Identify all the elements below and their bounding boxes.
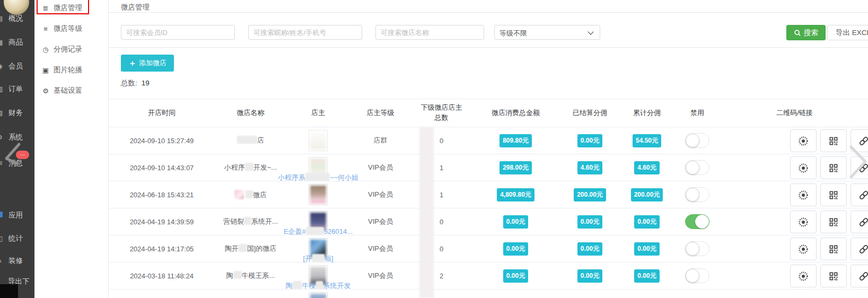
qrcode-icon: [828, 245, 839, 253]
open-time-cell: 2024-04-19 14:17:05: [109, 235, 215, 262]
sidebar-item-财务[interactable]: ▨财务: [0, 108, 34, 118]
consume-total-cell: 809.80元: [472, 127, 559, 154]
disable-toggle[interactable]: [685, 241, 709, 256]
store-name-text: 陶开: [225, 244, 239, 252]
link-button[interactable]: [851, 129, 868, 152]
miniprogram-code-icon: [797, 245, 809, 253]
miniprogram-code-button[interactable]: [790, 156, 817, 179]
sidebar-item-label: 订单: [8, 84, 23, 94]
disable-toggle[interactable]: [685, 268, 709, 283]
owner-link[interactable]: 小程序系~~何小姐: [278, 173, 358, 182]
amount-badge: 0.00元: [634, 242, 659, 256]
qrcode-button[interactable]: [820, 129, 847, 152]
add-store-button[interactable]: ＋ 添加微店: [121, 55, 174, 72]
sub-store-count-cell: 2: [411, 262, 472, 290]
table-row: 2024-09-10 15:27:49店店群0809.80元0.00元54.50…: [109, 127, 868, 154]
main-content: 微店管理 等级不限 搜索 导出 EXCEL ＋ 添加微店 总数:19: [109, 0, 868, 298]
submenu-item-微店等级[interactable]: ≡微店等级: [34, 23, 109, 34]
actions-cell: [721, 181, 868, 208]
owner-avatar[interactable]: [309, 184, 328, 205]
miniprogram-code-button[interactable]: [790, 183, 817, 206]
disable-toggle[interactable]: [685, 160, 709, 175]
sidebar-item-商品[interactable]: ▦商品: [0, 37, 34, 48]
member-id-input[interactable]: [121, 25, 235, 40]
total-commission-cell: 200.00元: [620, 181, 673, 208]
submenu-item-微店管理[interactable]: ≣微店管理: [34, 3, 109, 13]
settled-commission-cell: [559, 290, 620, 298]
link-icon: [858, 191, 868, 199]
sidebar-item-统计[interactable]: ◫统计: [0, 233, 34, 244]
qrcode-button[interactable]: [820, 183, 847, 206]
miniprogram-code-icon: [797, 272, 809, 280]
disable-toggle[interactable]: [685, 214, 709, 229]
owner-link[interactable]: [开福]: [303, 254, 333, 264]
stats-icon: ◫: [0, 235, 7, 242]
nickname-input[interactable]: [248, 25, 362, 40]
amount-badge: 0.00元: [503, 215, 528, 229]
actions-cell: [721, 127, 868, 154]
toggle-knob: [686, 188, 699, 201]
amount-badge: 0.00元: [634, 215, 659, 229]
sidebar-item-label: 装修: [8, 256, 23, 266]
owner-link[interactable]: E企盈#526014...: [284, 227, 353, 236]
sub-store-count-cell: 0: [411, 127, 472, 154]
open-time-cell: 2024-09-10 15:27:49: [109, 127, 215, 154]
store-name-input[interactable]: [375, 25, 484, 40]
qrcode-button[interactable]: [820, 265, 847, 287]
submenu-item-基础设置[interactable]: ⚙基础设置: [34, 85, 109, 96]
submenu-item-图片轮播[interactable]: ▣图片轮播: [34, 65, 109, 75]
miniprogram-code-button[interactable]: [790, 211, 817, 233]
sidebar-item-label: 系统: [8, 133, 23, 142]
miniprogram-code-icon: [797, 191, 809, 199]
miniprogram-code-button[interactable]: [790, 238, 817, 260]
sidebar-item-概况[interactable]: ▤概况: [0, 13, 34, 24]
submenu-item-分佣记录[interactable]: ◷分佣记录: [34, 44, 109, 55]
owner-link-redacted: [305, 173, 330, 181]
miniprogram-code-button[interactable]: [790, 265, 817, 287]
qrcode-button[interactable]: [820, 238, 847, 260]
miniprogram-code-button[interactable]: [790, 129, 817, 152]
link-button[interactable]: [851, 238, 868, 260]
level-select[interactable]: 等级不限: [494, 25, 600, 40]
column-header: 开店时间: [109, 99, 215, 127]
goods-icon: ▦: [0, 39, 7, 46]
store-name-cell: [215, 290, 286, 298]
settled-commission-cell: 0.00元: [559, 262, 620, 290]
actions-cell: [721, 154, 868, 181]
owner-cell: [开福]: [286, 235, 350, 262]
owner-avatar[interactable]: [309, 130, 328, 151]
store-name-text: 牛模王系...: [242, 271, 275, 279]
screen-corner-artifact: [0, 284, 18, 298]
toggle-knob: [686, 134, 699, 147]
export-excel-button[interactable]: 导出 EXCEL: [827, 25, 868, 40]
disable-toggle[interactable]: [685, 187, 709, 202]
owner-level-cell: VIP会员: [350, 208, 411, 235]
qrcode-button[interactable]: [820, 156, 847, 179]
decorate-icon: ✎: [0, 257, 7, 265]
sidebar-item-会员[interactable]: ◉会员: [0, 61, 34, 72]
link-button[interactable]: [851, 211, 868, 233]
sub-store-count-cell: 1: [411, 154, 472, 181]
owner-cell: E企盈#526014...: [286, 208, 350, 235]
disable-cell: [673, 181, 721, 208]
link-button[interactable]: [851, 183, 868, 206]
store-name-cell: 陶牛模王系...: [215, 262, 286, 290]
miniprogram-code-icon: [797, 218, 809, 226]
owner-link[interactable]: 陶牛模系统开发: [286, 281, 351, 291]
search-button[interactable]: 搜索: [786, 25, 826, 40]
sidebar-item-应用[interactable]: 应用: [0, 210, 34, 221]
qrcode-icon: [828, 272, 839, 280]
disable-toggle[interactable]: [685, 133, 709, 148]
qrcode-button[interactable]: [820, 211, 847, 233]
user-avatar[interactable]: [4, 0, 29, 15]
sidebar-item-装修[interactable]: ✎装修: [0, 256, 34, 266]
link-button[interactable]: [851, 265, 868, 287]
consume-total-cell: 4,809.80元: [472, 181, 559, 208]
link-button[interactable]: [851, 156, 868, 179]
miniprogram-code-icon: [797, 137, 809, 145]
sub-store-count-cell: 0: [411, 208, 472, 235]
sidebar-item-订单[interactable]: ▥订单: [0, 84, 34, 94]
sidebar-item-系统[interactable]: ⚙系统: [0, 132, 34, 143]
owner-avatar[interactable]: [309, 292, 328, 298]
disable-cell: [673, 208, 721, 235]
